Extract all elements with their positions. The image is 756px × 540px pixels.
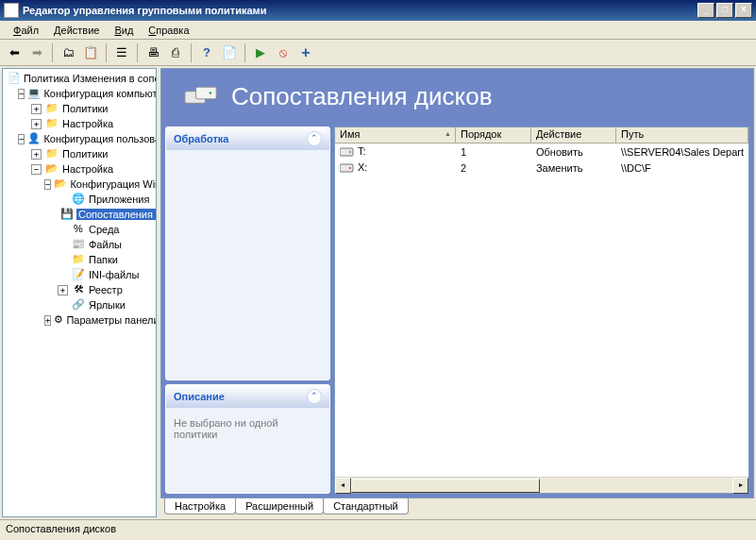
col-path[interactable]: Путь <box>616 127 748 143</box>
tree-apps[interactable]: 🌐Приложения <box>3 192 156 207</box>
tab-extended[interactable]: Расширенный <box>235 498 324 515</box>
window-title: Редактор управления групповыми политикам… <box>23 5 696 16</box>
menu-file[interactable]: Файл <box>6 23 46 38</box>
forward-button[interactable]: ➡ <box>26 42 47 63</box>
list-icon[interactable]: ☰ <box>111 42 132 63</box>
tree-folders[interactable]: 📁Папки <box>3 252 156 267</box>
tree-shortcuts[interactable]: 🔗Ярлыки <box>3 297 156 312</box>
col-name[interactable]: Имя <box>335 127 456 143</box>
tree-drive-maps[interactable]: 💾Сопоставления ди <box>3 207 156 222</box>
tree-env[interactable]: %Среда <box>3 222 156 237</box>
statusbar: Сопоставления дисков <box>0 519 756 536</box>
up-button[interactable]: 🗂 <box>58 42 78 63</box>
menu-help[interactable]: Справка <box>141 23 196 38</box>
stop-icon[interactable]: ⦸ <box>273 42 294 63</box>
properties-button[interactable]: 📋 <box>80 42 101 63</box>
maximize-button[interactable]: □ <box>716 3 733 18</box>
scroll-right-icon[interactable]: ▸ <box>732 478 748 494</box>
svg-point-2 <box>210 92 212 94</box>
svg-point-6 <box>349 167 351 169</box>
description-panel: Описание⌃ Не выбрано ни одной политики <box>165 384 330 494</box>
description-title: Описание <box>174 391 225 402</box>
table-row[interactable]: X: 2 Заменить \\DC\F <box>335 160 748 176</box>
tab-standard[interactable]: Стандартный <box>323 498 409 515</box>
tree-files[interactable]: 📰Файлы <box>3 237 156 252</box>
tree-registry[interactable]: +🛠Реестр <box>3 282 156 297</box>
status-text: Сопоставления дисков <box>6 523 116 534</box>
tree-comp-config[interactable]: −💻Конфигурация компьютера <box>3 86 156 101</box>
back-button[interactable]: ⬅ <box>4 42 25 63</box>
tree-settings-1[interactable]: +📁Настройка <box>3 116 156 131</box>
description-text: Не выбрано ни одной политики <box>166 408 329 493</box>
drive-icon <box>340 146 355 158</box>
col-action[interactable]: Действие <box>531 127 616 143</box>
export-icon[interactable]: ⎙ <box>165 42 186 63</box>
table-row[interactable]: T: 1 Обновить \\SERVER04\Sales Depart <box>335 143 748 160</box>
close-button[interactable]: × <box>735 3 752 18</box>
help-icon[interactable]: ? <box>196 42 217 63</box>
processing-panel: Обработка⌃ <box>165 127 330 380</box>
drive-icon <box>340 162 355 174</box>
tree-policies-2[interactable]: +📁Политики <box>3 146 156 161</box>
content-title: Сопоставления дисков <box>231 82 493 111</box>
tree-root[interactable]: 📄Политика Изменения в сопоставл <box>3 71 156 86</box>
content-header: Сопоставления дисков <box>165 73 749 127</box>
tree-win-config[interactable]: −📂Конфигурация Windov <box>3 177 156 192</box>
col-order[interactable]: Порядок <box>456 127 531 143</box>
scroll-thumb[interactable] <box>351 479 540 493</box>
list-header: Имя Порядок Действие Путь <box>335 127 748 143</box>
add-icon[interactable]: + <box>295 42 316 63</box>
tree-settings-2[interactable]: −📂Настройка <box>3 161 156 177</box>
content-panel: Сопоставления дисков Обработка⌃ Описание… <box>160 68 754 498</box>
menu-action[interactable]: Действие <box>46 23 107 38</box>
processing-title: Обработка <box>174 133 228 144</box>
tree-user-config[interactable]: −👤Конфигурация пользователя <box>3 131 156 146</box>
scroll-left-icon[interactable]: ◂ <box>335 478 351 494</box>
collapse-description-icon[interactable]: ⌃ <box>307 389 322 404</box>
tree-panel: 📄Политика Изменения в сопоставл −💻Конфиг… <box>2 68 157 517</box>
toolbar: ⬅ ➡ 🗂 📋 ☰ 🖶 ⎙ ? 📄 ▶ ⦸ + <box>0 40 756 66</box>
tree-cp-params[interactable]: +⚙Параметры панели уг <box>3 312 156 328</box>
tree-ini[interactable]: 📝INI-файлы <box>3 267 156 282</box>
print-icon[interactable]: 🖶 <box>143 42 163 63</box>
svg-rect-1 <box>196 87 217 99</box>
tab-settings[interactable]: Настройка <box>164 498 236 515</box>
menu-view[interactable]: Вид <box>107 23 141 38</box>
menubar: Файл Действие Вид Справка <box>0 21 756 40</box>
refresh-icon[interactable]: 📄 <box>219 42 240 63</box>
bottom-tabs: Настройка Расширенный Стандартный <box>160 498 754 517</box>
app-icon <box>4 3 19 18</box>
svg-point-4 <box>349 151 351 153</box>
drive-maps-icon <box>184 86 218 109</box>
play-icon[interactable]: ▶ <box>250 42 271 63</box>
tree-policies-1[interactable]: +📁Политики <box>3 101 156 116</box>
titlebar: Редактор управления групповыми политикам… <box>0 0 756 21</box>
minimize-button[interactable]: _ <box>697 3 714 18</box>
drive-list: Имя Порядок Действие Путь T: 1 Обновить … <box>334 127 749 494</box>
collapse-processing-icon[interactable]: ⌃ <box>307 131 322 146</box>
horizontal-scrollbar[interactable]: ◂ ▸ <box>335 477 748 493</box>
